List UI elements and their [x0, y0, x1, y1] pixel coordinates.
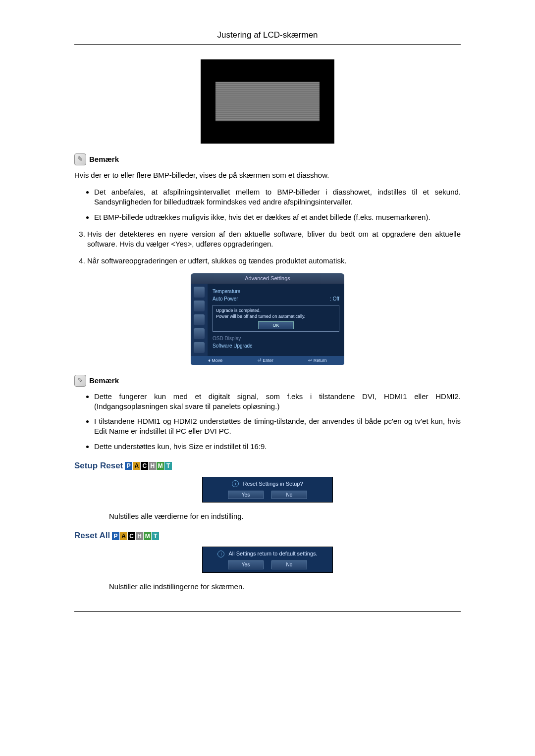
osd-icon-4 [194, 328, 205, 339]
reset-all-dialog: i All Settings return to default setting… [202, 547, 333, 572]
note-label: Bemærk [89, 376, 119, 386]
slideshow-screenshot [201, 59, 334, 144]
osd-footer-move: ♦ Move [208, 357, 222, 363]
osd-msg-1: Upgrade is completed. [216, 307, 336, 313]
badge-h: H [149, 462, 156, 470]
osd-ok-button[interactable]: OK [258, 321, 294, 329]
badge-t: T [164, 462, 172, 470]
osd-autopower-label: Auto Power [213, 296, 238, 302]
setup-reset-dialog: i Reset Settings in Setup? Yes No [202, 477, 333, 503]
footer-rule [74, 611, 461, 612]
osd-advanced-settings: Advanced Settings Temperature Auto Power… [191, 273, 344, 365]
note1-bullet-2: Et BMP-billede udtrækkes muligvis ikke, … [94, 212, 461, 222]
setup-reset-heading: Setup Reset P A C H M T [74, 460, 461, 472]
note-icon: ✎ [74, 375, 86, 387]
note-icon: ✎ [74, 153, 86, 165]
reset-all-title: Reset All [74, 530, 110, 542]
setup-reset-title: Setup Reset [74, 460, 123, 472]
badge-h: H [136, 532, 143, 540]
info-icon: i [232, 480, 239, 487]
mode-badges: P A C H M T [112, 532, 159, 540]
reset-all-desc: Nulstiller alle indstillingerne for skær… [109, 582, 461, 592]
note2-bullet-2: I tilstandene HDMI1 og HDMI2 understøtte… [94, 416, 461, 437]
osd-footer-enter: ⏎ Enter [258, 357, 273, 363]
slideshow-noise [215, 82, 320, 121]
badge-a: A [133, 462, 140, 470]
osd-autopower-value: : Off [330, 296, 339, 302]
note1-bullet-1: Det anbefales, at afspilningsintervallet… [94, 187, 461, 207]
setup-reset-desc: Nulstilles alle værdierne for en indstil… [109, 511, 461, 521]
osd-softwareupgrade: Software Upgrade [213, 343, 253, 350]
setup-reset-yes-button[interactable]: Yes [228, 491, 264, 500]
badge-p: P [125, 462, 132, 470]
osd-side-icons [191, 284, 208, 356]
note2-bullet-1: Dette fungerer kun med et digitalt signa… [94, 392, 461, 412]
osd-icon-2 [194, 301, 205, 311]
badge-t: T [152, 532, 159, 540]
badge-c: C [141, 462, 148, 470]
osd-message-box: Upgrade is completed. Power will be off … [213, 305, 339, 332]
osd-icon-1 [194, 287, 205, 298]
osd-icon-3 [194, 314, 205, 325]
reset-all-heading: Reset All P A C H M T [74, 530, 461, 542]
setup-reset-no-button[interactable]: No [271, 491, 307, 500]
badge-m: M [157, 462, 164, 470]
osd-title: Advanced Settings [191, 273, 344, 284]
step-3: Hvis der detekteres en nyere version af … [87, 229, 461, 250]
osd-osddisplay: OSD Display [213, 335, 241, 342]
osd-footer-return: ↩ Return [308, 357, 327, 363]
note2-bullet-3: Dette understøttes kun, hvis Size er ind… [94, 442, 461, 452]
osd-msg-2: Power will be off and turned on automati… [216, 313, 336, 319]
step-4: Når softwareopgraderingen er udført, slu… [87, 256, 461, 266]
setup-reset-dialog-text: Reset Settings in Setup? [243, 480, 303, 488]
badge-m: M [144, 532, 151, 540]
badge-p: P [112, 532, 119, 540]
badge-c: C [128, 532, 135, 540]
badge-a: A [120, 532, 127, 540]
reset-all-yes-button[interactable]: Yes [228, 560, 264, 569]
page-title: Justering af LCD-skærmen [74, 30, 461, 45]
reset-all-no-button[interactable]: No [271, 560, 307, 569]
osd-temperature: Temperature [213, 288, 240, 295]
note-intro: Hvis der er to eller flere BMP-billeder,… [74, 170, 461, 180]
osd-icon-5 [194, 342, 205, 353]
mode-badges: P A C H M T [125, 462, 172, 470]
reset-all-dialog-text: All Settings return to default settings. [228, 550, 317, 557]
info-icon: i [217, 551, 224, 557]
note-label: Bemærk [89, 154, 119, 164]
